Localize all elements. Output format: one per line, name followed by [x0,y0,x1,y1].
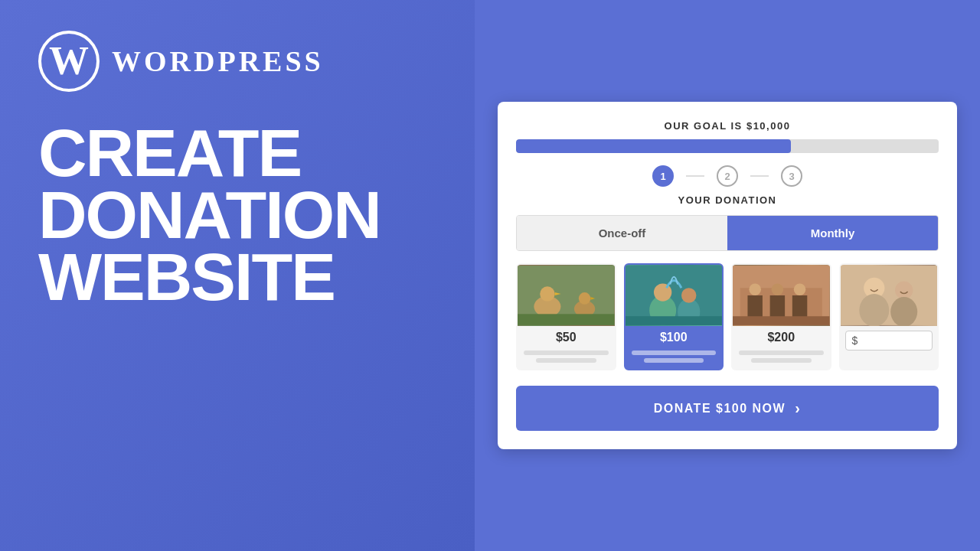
amount-200: $200 [733,326,830,347]
wp-w-letter: W [49,41,89,81]
custom-amount-input[interactable] [861,334,926,347]
step-2-number: 2 [724,171,730,182]
donation-card-custom[interactable]: $ [839,263,939,370]
step-3[interactable]: 3 [781,165,802,187]
dollar-sign: $ [852,334,858,347]
donate-button[interactable]: DONATE $100 NOW › [516,386,939,431]
svg-rect-7 [518,314,615,325]
donation-bar-short-100 [644,358,704,363]
svg-rect-13 [626,316,723,325]
donate-button-label: DONATE $100 NOW [654,402,786,416]
svg-rect-22 [733,316,830,325]
donation-bar-200 [739,350,824,355]
step-1-number: 1 [660,171,665,182]
amount-50: $50 [518,326,615,347]
title-line3: Website [38,246,381,308]
donation-card-100[interactable]: $100 [624,263,724,370]
donation-bar-short-200 [751,358,812,363]
svg-point-19 [749,283,761,295]
progress-bar-fill [516,139,791,153]
right-panel: OUR GOAL IS $10,000 1 2 3 YOUR DONATION [475,0,980,551]
left-panel: W WordPress Create Donation Website [0,0,475,551]
svg-rect-18 [792,295,807,318]
frequency-tabs: Once-off Monthly [516,215,939,251]
donation-image-classroom [733,265,830,326]
donate-chevron-icon: › [795,399,801,417]
donation-card-200[interactable]: $200 [731,263,831,370]
svg-rect-23 [841,266,938,325]
title-line1: Create [38,122,381,184]
svg-point-10 [653,283,671,301]
donation-image-children-water [626,265,723,326]
donation-image-chickens [518,265,615,326]
tab-once-off[interactable]: Once-off [517,216,727,250]
svg-rect-16 [747,295,762,318]
custom-amount-input-row: $ [845,331,933,350]
svg-point-5 [579,292,591,305]
goal-section: OUR GOAL IS $10,000 [516,120,939,153]
step-3-number: 3 [789,171,794,182]
donation-card-50[interactable]: $50 [516,263,616,370]
step-2[interactable]: 2 [717,165,738,187]
svg-point-26 [895,282,913,299]
svg-point-12 [681,288,695,302]
steps-row: 1 2 3 [516,165,939,187]
step-connector-1 [686,175,704,177]
amount-100: $100 [626,326,723,347]
svg-point-2 [540,286,554,301]
goal-label: OUR GOAL IS $10,000 [516,120,939,132]
svg-point-27 [890,297,917,326]
main-title: Create Donation Website [38,122,381,308]
donation-widget: OUR GOAL IS $10,000 1 2 3 YOUR DONATION [498,102,957,449]
donation-image-couple [841,265,938,326]
wordpress-logo: W WordPress [38,31,324,92]
title-line2: Donation [38,184,381,246]
donation-options: $50 $100 [516,263,939,370]
progress-bar-background [516,139,939,153]
donation-bar-short-50 [536,358,596,363]
step-1[interactable]: 1 [652,165,674,187]
wp-logo-circle: W [38,31,100,92]
tab-monthly[interactable]: Monthly [727,216,938,250]
svg-point-25 [859,294,889,326]
donation-bar-50 [524,350,609,355]
svg-point-20 [772,283,784,295]
svg-point-21 [794,283,806,295]
your-donation-label: YOUR DONATION [516,194,939,206]
svg-rect-17 [770,295,785,318]
wordpress-name: WordPress [112,44,324,78]
step-connector-2 [750,175,769,177]
donation-bar-100 [632,350,717,355]
